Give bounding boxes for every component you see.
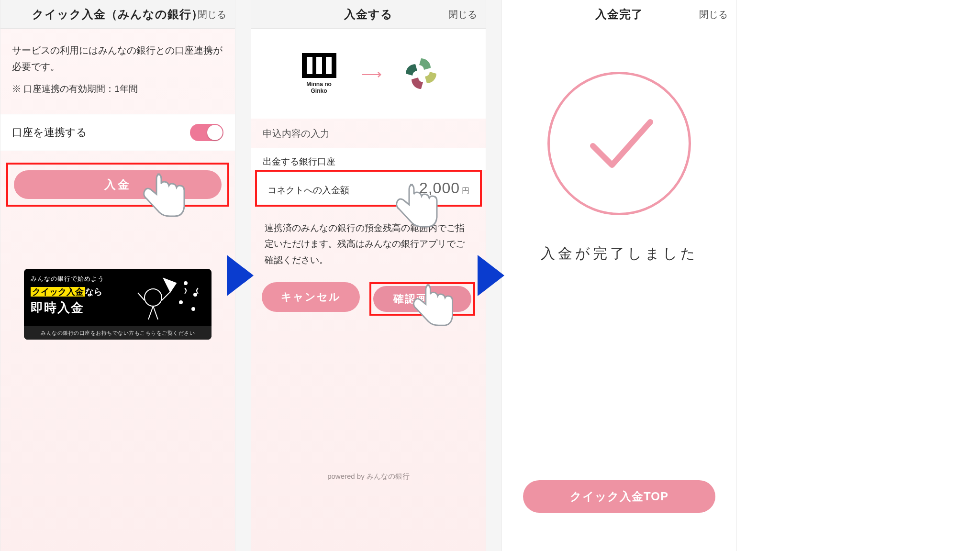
intro-note: ※ 口座連携の有効期間：1年間 <box>12 81 223 97</box>
step-arrow-icon <box>477 254 507 297</box>
svg-point-0 <box>145 289 162 306</box>
svg-point-1 <box>184 282 187 285</box>
amount-input-row[interactable]: コネクトへの入金額 2,000円 <box>257 172 480 205</box>
deposit-button[interactable]: 入金 <box>14 170 222 199</box>
svg-point-3 <box>179 301 182 304</box>
confirm-button-highlight: 確認画面へ <box>369 282 475 316</box>
banner-foot: みんなの銀行の口座をお持ちでない方もこちらをご覧ください <box>24 326 212 340</box>
screen-1: クイック入金（みんなの銀行） 閉じる サービスの利用にはみんなの銀行との口座連携… <box>0 0 235 551</box>
success-panel: 入金が完了しました <box>502 29 736 264</box>
close-button[interactable]: 閉じる <box>198 8 226 21</box>
confirm-button[interactable]: 確認画面へ <box>373 286 471 312</box>
deposit-button-highlight: 入金 <box>6 163 229 207</box>
page-title: 入金完了 <box>595 7 643 22</box>
amount-value: 2,000 <box>419 179 460 197</box>
header: クイック入金（みんなの銀行） 閉じる <box>0 0 235 29</box>
link-account-row: 口座を連携する <box>0 114 235 151</box>
banner-illustration-icon <box>128 274 205 320</box>
button-row: キャンセル 確認画面へ <box>251 268 486 316</box>
amount-note: 連携済のみんなの銀行の預金残高の範囲内でご指定いただけます。残高はみんなの銀行ア… <box>251 207 486 268</box>
intro-text: サービスの利用にはみんなの銀行との口座連携が必要です。 ※ 口座連携の有効期間：… <box>0 29 235 97</box>
intro-desc: サービスの利用にはみんなの銀行との口座連携が必要です。 <box>12 42 223 75</box>
connect-logo-icon <box>403 55 439 92</box>
section-label: 申込内容の入力 <box>251 119 486 143</box>
link-account-toggle[interactable] <box>190 124 223 141</box>
svg-point-2 <box>194 293 197 296</box>
amount-label: コネクトへの入金額 <box>267 184 349 197</box>
link-account-label: 口座を連携する <box>12 125 87 140</box>
account-field-label: 出金する銀行口座 <box>251 148 486 170</box>
arrow-right-icon: ⟶ <box>361 66 382 82</box>
step-arrow-icon <box>226 254 256 297</box>
close-button[interactable]: 閉じる <box>448 8 477 21</box>
powered-by: powered by みんなの銀行 <box>251 472 486 481</box>
success-message: 入金が完了しました <box>541 244 698 264</box>
header: 入金する 閉じる <box>251 0 486 29</box>
screen-2: 入金する 閉じる Minna no Ginko ⟶ 申込内容の入力 出金する銀行… <box>251 0 486 551</box>
svg-point-4 <box>192 308 195 310</box>
screen-3: 入金完了 閉じる 入金が完了しました クイック入金TOP <box>501 0 737 551</box>
header: 入金完了 閉じる <box>502 0 736 29</box>
amount-row-highlight: コネクトへの入金額 2,000円 <box>255 170 482 207</box>
page-title: クイック入金（みんなの銀行） <box>32 7 203 22</box>
page-title: 入金する <box>344 7 393 22</box>
quick-deposit-top-button[interactable]: クイック入金TOP <box>523 480 715 513</box>
checkmark-icon <box>579 103 660 184</box>
amount-unit: 円 <box>462 187 469 195</box>
check-circle-icon <box>547 72 691 215</box>
promo-banner[interactable]: みんなの銀行で始めよう クイック入金なら 即時入金 みんなの銀行の口座をお持ちで… <box>24 269 212 340</box>
transfer-graphic: Minna no Ginko ⟶ <box>251 29 486 119</box>
minna-logo-icon: Minna no Ginko <box>298 53 340 94</box>
close-button[interactable]: 閉じる <box>699 8 728 21</box>
cancel-button[interactable]: キャンセル <box>262 282 360 312</box>
